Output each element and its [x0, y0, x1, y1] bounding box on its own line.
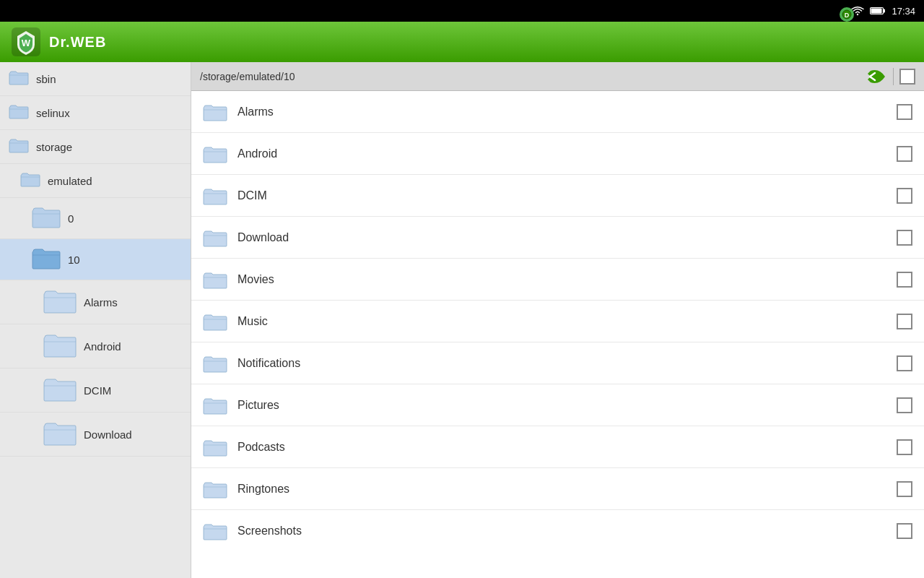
- sidebar-item-selinux[interactable]: selinux: [0, 96, 191, 130]
- drweb-shield-icon: D: [840, 7, 854, 22]
- battery-icon: [870, 7, 886, 15]
- folder-icon: [32, 205, 61, 231]
- sidebar-item-sbin[interactable]: sbin: [0, 62, 191, 96]
- sidebar-item-android[interactable]: Android: [0, 324, 191, 368]
- file-checkbox-alarms[interactable]: [897, 104, 912, 120]
- sidebar-item-download[interactable]: Download: [0, 413, 191, 457]
- file-checkbox-download[interactable]: [897, 230, 912, 246]
- sidebar-item-storage[interactable]: storage: [0, 130, 191, 164]
- file-checkbox-dcim[interactable]: [897, 188, 912, 204]
- content-area: /storage/emulated/10 Al: [191, 62, 924, 578]
- file-checkbox-ringtones[interactable]: [897, 481, 912, 497]
- status-time: 17:34: [892, 6, 915, 17]
- file-row-podcasts[interactable]: Podcasts: [191, 426, 924, 468]
- app-bar: W Dr.WEB: [0, 22, 924, 62]
- path-actions: [864, 65, 915, 88]
- sidebar-item-alarms[interactable]: Alarms: [0, 280, 191, 324]
- file-row-screenshots[interactable]: Screenshots: [191, 510, 924, 552]
- folder-icon: [203, 270, 227, 289]
- folder-icon: [43, 332, 77, 361]
- file-checkbox-pictures[interactable]: [897, 397, 912, 413]
- path-text: /storage/emulated/10: [200, 71, 858, 82]
- select-all-checkbox[interactable]: [899, 69, 915, 85]
- file-row-music[interactable]: Music: [191, 301, 924, 342]
- folder-icon: [43, 288, 77, 316]
- folder-icon: [20, 171, 40, 190]
- file-name-podcasts: Podcasts: [237, 441, 886, 454]
- file-row-android[interactable]: Android: [191, 133, 924, 175]
- file-checkbox-podcasts[interactable]: [897, 439, 912, 455]
- file-row-movies[interactable]: Movies: [191, 259, 924, 301]
- file-checkbox-screenshots[interactable]: [897, 523, 912, 539]
- folder-icon: [203, 396, 227, 415]
- file-name-pictures: Pictures: [237, 399, 886, 412]
- folder-icon: [203, 312, 227, 331]
- folder-icon: [203, 480, 227, 499]
- file-checkbox-notifications[interactable]: [897, 355, 912, 371]
- folder-icon: [203, 438, 227, 457]
- app-title: Dr.WEB: [49, 34, 106, 51]
- file-name-screenshots: Screenshots: [237, 525, 886, 538]
- folder-icon: [203, 228, 227, 247]
- file-row-notifications[interactable]: Notifications: [191, 342, 924, 384]
- file-row-pictures[interactable]: Pictures: [191, 384, 924, 426]
- file-row-download[interactable]: Download: [191, 217, 924, 259]
- separator: [893, 68, 894, 85]
- file-name-ringtones: Ringtones: [237, 483, 886, 496]
- file-list: Alarms Android DCIM: [191, 91, 924, 578]
- drweb-logo-icon: W: [12, 27, 40, 56]
- sidebar-item-emulated[interactable]: emulated: [0, 164, 191, 198]
- sidebar: sbin selinux storage: [0, 62, 191, 578]
- file-name-notifications: Notifications: [237, 357, 886, 370]
- folder-icon: [203, 103, 227, 121]
- folder-icon: [32, 246, 61, 272]
- sidebar-item-0[interactable]: 0: [0, 198, 191, 239]
- folder-icon: [203, 354, 227, 373]
- folder-icon: [203, 522, 227, 540]
- file-name-music: Music: [237, 315, 886, 328]
- sidebar-item-dcim[interactable]: DCIM: [0, 368, 191, 413]
- file-checkbox-movies[interactable]: [897, 272, 912, 288]
- folder-icon: [9, 103, 29, 122]
- file-name-android: Android: [237, 147, 886, 160]
- folder-icon: [203, 144, 227, 163]
- sidebar-item-10[interactable]: 10: [0, 239, 191, 280]
- folder-icon: [9, 137, 29, 156]
- file-name-movies: Movies: [237, 273, 886, 286]
- main-layout: sbin selinux storage: [0, 62, 924, 578]
- svg-rect-4: [884, 9, 886, 13]
- file-row-dcim[interactable]: DCIM: [191, 175, 924, 217]
- file-name-alarms: Alarms: [237, 105, 886, 118]
- file-checkbox-android[interactable]: [897, 146, 912, 162]
- path-bar: /storage/emulated/10: [191, 62, 924, 91]
- svg-point-2: [857, 14, 858, 15]
- svg-text:W: W: [22, 38, 31, 48]
- back-button[interactable]: [864, 65, 887, 88]
- back-arrow-icon: [865, 66, 886, 87]
- file-checkbox-music[interactable]: [897, 314, 912, 329]
- file-row-alarms[interactable]: Alarms: [191, 91, 924, 133]
- file-name-dcim: DCIM: [237, 189, 886, 202]
- folder-icon: [43, 376, 77, 405]
- status-bar: D 17:34: [0, 0, 924, 22]
- svg-text:D: D: [845, 12, 850, 19]
- svg-rect-5: [871, 9, 882, 14]
- file-row-ringtones[interactable]: Ringtones: [191, 468, 924, 510]
- file-name-download: Download: [237, 231, 886, 244]
- folder-icon: [203, 186, 227, 205]
- folder-icon: [43, 420, 77, 449]
- folder-icon: [9, 69, 29, 88]
